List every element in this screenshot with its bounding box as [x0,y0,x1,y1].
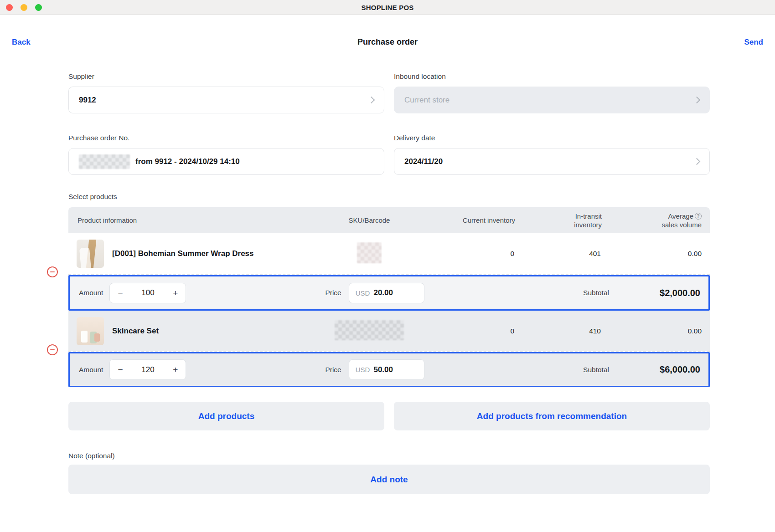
price-input[interactable]: USD 20.00 [349,283,424,303]
col-average-sales-volume: Average ? sales volume [602,212,710,229]
delivery-date-field-group: Delivery date 2024/11/20 [394,133,710,175]
chevron-right-icon [693,97,701,104]
products-table-header: Product information SKU/Barcode Current … [68,207,710,233]
increase-quantity-icon[interactable]: + [173,289,178,297]
avg-sales-value: 0.00 [602,327,710,335]
increase-quantity-icon[interactable]: + [173,365,178,374]
subtotal-value: $6,000.00 [609,364,700,375]
remove-row-icon[interactable] [47,344,58,355]
chevron-right-icon [693,158,701,165]
window-controls [6,0,42,15]
delivery-date-label: Delivery date [394,133,710,142]
price-value[interactable]: 50.00 [373,365,393,374]
product-row-2: Skincare Set 0 410 0.00 [68,311,710,351]
current-inventory-value: 0 [424,327,515,335]
inbound-location-label: Inbound location [394,72,710,81]
inbound-location-select: Current store [394,87,710,113]
current-inventory-value: 0 [424,250,515,258]
redacted-po-number [79,154,130,169]
currency-code: USD [356,366,370,373]
subtotal-value: $2,000.00 [609,288,700,298]
window-title: SHOPLINE POS [362,4,414,11]
close-window-icon[interactable] [6,4,13,11]
price-value[interactable]: 20.00 [373,288,393,297]
col-sku-barcode: SKU/Barcode [315,216,424,224]
product-row-1: [D001] Bohemian Summer Wrap Dress 0 401 … [68,233,710,274]
remove-row-icon[interactable] [47,266,58,277]
subtotal-label: Subtotal [583,289,609,297]
amount-row-1: Amount − 100 + Price USD 20.00 Subtotal … [68,275,710,311]
help-question-icon[interactable]: ? [695,213,702,220]
po-number-text: from 9912 - 2024/10/29 14:10 [135,157,240,166]
supplier-field-group: Supplier 9912 [68,72,384,113]
supplier-value: 9912 [79,96,96,105]
add-note-button[interactable]: Add note [68,465,710,494]
price-input[interactable]: USD 50.00 [349,359,424,380]
quantity-stepper[interactable]: − 120 + [109,359,186,380]
avg-sales-value: 0.00 [602,250,710,258]
add-products-button[interactable]: Add products [68,402,384,430]
quantity-stepper[interactable]: − 100 + [109,283,186,303]
in-transit-value: 401 [515,250,602,258]
amount-label: Amount [79,289,103,297]
send-button[interactable]: Send [744,38,763,47]
zoom-window-icon[interactable] [35,4,42,11]
app-window: SHOPLINE POS Back Purchase order Send Su… [0,0,775,532]
in-transit-value: 410 [515,327,602,335]
product-name: [D001] Bohemian Summer Wrap Dress [112,249,254,258]
inbound-location-field-group: Inbound location Current store [394,72,710,113]
quantity-value[interactable]: 100 [141,288,154,297]
redacted-sku [335,320,404,340]
window-titlebar: SHOPLINE POS [0,0,775,15]
price-label: Price [325,366,341,374]
po-number-label: Purchase order No. [68,133,384,142]
minimize-window-icon[interactable] [21,4,27,11]
quantity-value[interactable]: 120 [141,365,154,374]
amount-row-2: Amount − 120 + Price USD 50.00 Subtotal … [68,352,710,387]
product-image [77,317,104,345]
decrease-quantity-icon[interactable]: − [118,289,123,297]
chevron-right-icon [368,97,375,104]
price-label: Price [325,289,341,297]
delivery-date-select[interactable]: 2024/11/20 [394,148,710,175]
redacted-sku [357,242,382,263]
select-products-label: Select products [68,192,710,201]
product-name: Skincare Set [112,327,159,336]
back-button[interactable]: Back [12,38,31,47]
currency-code: USD [356,289,370,297]
supplier-select[interactable]: 9912 [68,87,384,113]
products-table: Product information SKU/Barcode Current … [68,207,710,387]
page-content: Supplier 9912 Inbound location Current s… [0,72,775,494]
product-image [77,240,104,268]
po-number-field-group: Purchase order No. from 9912 - 2024/10/2… [68,133,384,175]
decrease-quantity-icon[interactable]: − [118,365,123,374]
amount-label: Amount [79,366,103,374]
delivery-date-value: 2024/11/20 [404,157,443,166]
inbound-location-value: Current store [404,96,450,105]
col-current-inventory: Current inventory [424,216,515,225]
po-number-field[interactable]: from 9912 - 2024/10/29 14:10 [68,148,384,175]
supplier-label: Supplier [68,72,384,81]
subtotal-label: Subtotal [583,366,609,374]
add-products-from-recommendation-button[interactable]: Add products from recommendation [394,402,710,430]
page-title: Purchase order [0,37,775,47]
note-label: Note (optional) [68,451,710,460]
col-product-information: Product information [68,216,315,224]
col-in-transit-inventory: In-transit inventory [515,212,602,229]
page-header: Back Purchase order Send [0,15,775,58]
